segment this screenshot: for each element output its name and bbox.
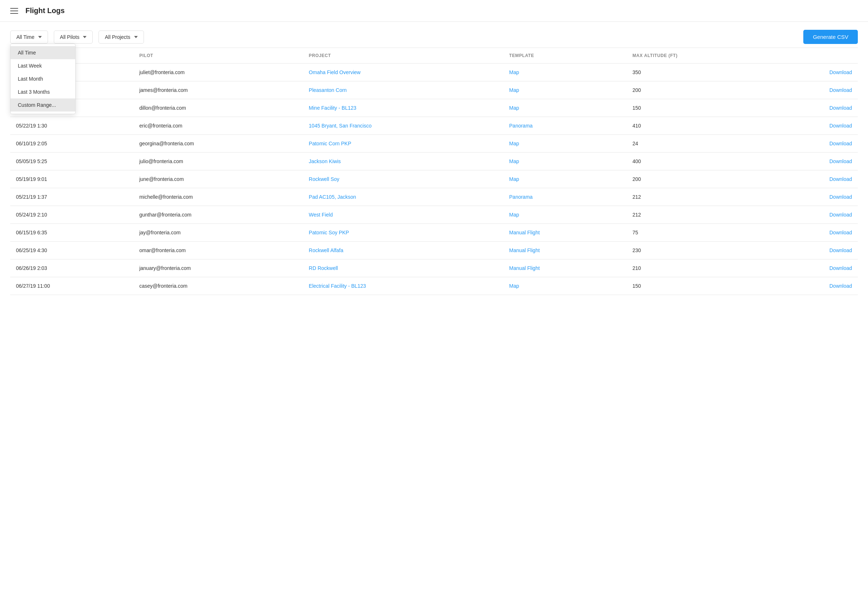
cell-project[interactable]: Electrical Facility - BL123 [303,277,504,295]
flight-logs-table-container: DATE PILOT PROJECT TEMPLATE MAX ALTITUDE… [0,48,868,305]
cell-altitude: 210 [627,260,766,277]
time-dropdown-menu: All Time Last Week Last Month Last 3 Mon… [10,43,76,114]
cell-download[interactable]: Download [766,135,858,153]
col-header-project: PROJECT [303,48,504,63]
cell-pilot: georgina@fronteria.com [133,135,303,153]
cell-date: 05/21/19 1:37 [10,188,133,206]
cell-template[interactable]: Map [504,170,627,188]
table-row: 06/26/19 2:03 january@fronteria.com RD R… [10,260,858,277]
table-row: 05/21/19 1:37 michelle@fronteria.com Pad… [10,188,858,206]
cell-template[interactable]: Map [504,99,627,117]
projects-filter-button[interactable]: All Projects [99,31,144,43]
cell-template[interactable]: Manual Flight [504,241,627,260]
projects-filter-label: All Projects [105,34,130,40]
cell-project[interactable]: Jackson Kiwis [303,153,504,170]
cell-pilot: omar@fronteria.com [133,241,303,260]
time-menu-item-last-week[interactable]: Last Week [11,59,75,72]
pilots-filter-label: All Pilots [60,34,80,40]
cell-template[interactable]: Map [504,81,627,99]
cell-download[interactable]: Download [766,224,858,241]
cell-project[interactable]: Pleasanton Corn [303,81,504,99]
pilots-filter-button[interactable]: All Pilots [54,31,93,43]
cell-project[interactable]: Rockwell Alfafa [303,241,504,260]
table-row: 05/24/19 2:10 gunthar@fronteria.com West… [10,206,858,224]
header: Flight Logs [0,0,868,22]
cell-pilot: dillon@fronteria.com [133,99,303,117]
cell-project[interactable]: Patomic Corn PKP [303,135,504,153]
menu-icon[interactable] [10,8,18,14]
cell-download[interactable]: Download [766,117,858,135]
cell-pilot: june@fronteria.com [133,170,303,188]
pilots-filter-wrapper: All Pilots [54,31,93,43]
cell-altitude: 350 [627,63,766,81]
time-menu-item-last-month[interactable]: Last Month [11,72,75,85]
time-filter-button[interactable]: All Time [10,31,48,43]
cell-date: 05/19/19 9:01 [10,170,133,188]
cell-altitude: 212 [627,188,766,206]
cell-project[interactable]: Mine Facility - BL123 [303,99,504,117]
col-header-download [766,48,858,63]
cell-template[interactable]: Map [504,206,627,224]
col-header-template: TEMPLATE [504,48,627,63]
cell-pilot: julio@fronteria.com [133,153,303,170]
cell-project[interactable]: West Field [303,206,504,224]
cell-download[interactable]: Download [766,260,858,277]
cell-altitude: 150 [627,99,766,117]
time-filter-wrapper: All Time All Time Last Week Last Month L… [10,31,48,43]
cell-download[interactable]: Download [766,81,858,99]
toolbar: All Time All Time Last Week Last Month L… [0,22,868,48]
cell-date: 06/26/19 2:03 [10,260,133,277]
cell-download[interactable]: Download [766,188,858,206]
cell-download[interactable]: Download [766,153,858,170]
cell-project[interactable]: Pad AC105, Jackson [303,188,504,206]
pilots-filter-arrow-icon [83,36,87,38]
table-body: 05/17/19 3:22 juliet@fronteria.com Omaha… [10,63,858,295]
cell-date: 06/27/19 11:00 [10,277,133,295]
page-title: Flight Logs [25,6,65,15]
col-header-altitude: MAX ALTITUDE (FT) [627,48,766,63]
cell-template[interactable]: Map [504,277,627,295]
table-row: 06/10/19 2:05 georgina@fronteria.com Pat… [10,135,858,153]
table-row: 05/05/19 5:25 julio@fronteria.com Jackso… [10,153,858,170]
cell-altitude: 200 [627,170,766,188]
table-row: 05/19/19 4:38 dillon@fronteria.com Mine … [10,99,858,117]
cell-pilot: michelle@fronteria.com [133,188,303,206]
cell-template[interactable]: Manual Flight [504,224,627,241]
cell-project[interactable]: Omaha Field Overview [303,63,504,81]
time-filter-arrow-icon [38,36,42,38]
cell-template[interactable]: Map [504,153,627,170]
cell-altitude: 410 [627,117,766,135]
cell-project[interactable]: RD Rockwell [303,260,504,277]
cell-template[interactable]: Map [504,63,627,81]
cell-download[interactable]: Download [766,99,858,117]
cell-date: 05/24/19 2:10 [10,206,133,224]
projects-filter-arrow-icon [134,36,138,38]
cell-download[interactable]: Download [766,63,858,81]
cell-template[interactable]: Manual Flight [504,260,627,277]
cell-template[interactable]: Panorama [504,188,627,206]
cell-altitude: 400 [627,153,766,170]
cell-pilot: eric@fronteria.com [133,117,303,135]
cell-template[interactable]: Panorama [504,117,627,135]
cell-download[interactable]: Download [766,277,858,295]
cell-project[interactable]: Rockwell Soy [303,170,504,188]
table-row: 06/25/19 4:30 omar@fronteria.com Rockwel… [10,241,858,260]
time-menu-item-all-time[interactable]: All Time [11,46,75,59]
table-header-row: DATE PILOT PROJECT TEMPLATE MAX ALTITUDE… [10,48,858,63]
cell-altitude: 150 [627,277,766,295]
cell-pilot: gunthar@fronteria.com [133,206,303,224]
cell-download[interactable]: Download [766,241,858,260]
cell-altitude: 24 [627,135,766,153]
time-menu-item-custom-range[interactable]: Custom Range... [11,99,75,111]
cell-download[interactable]: Download [766,170,858,188]
table-row: 05/19/19 9:01 june@fronteria.com Rockwel… [10,170,858,188]
generate-csv-button[interactable]: Generate CSV [803,30,858,44]
cell-pilot: juliet@fronteria.com [133,63,303,81]
cell-download[interactable]: Download [766,206,858,224]
cell-altitude: 200 [627,81,766,99]
cell-date: 06/10/19 2:05 [10,135,133,153]
cell-project[interactable]: 1045 Bryant, San Francisco [303,117,504,135]
cell-template[interactable]: Map [504,135,627,153]
time-menu-item-last-3-months[interactable]: Last 3 Months [11,85,75,99]
cell-project[interactable]: Patomic Soy PKP [303,224,504,241]
